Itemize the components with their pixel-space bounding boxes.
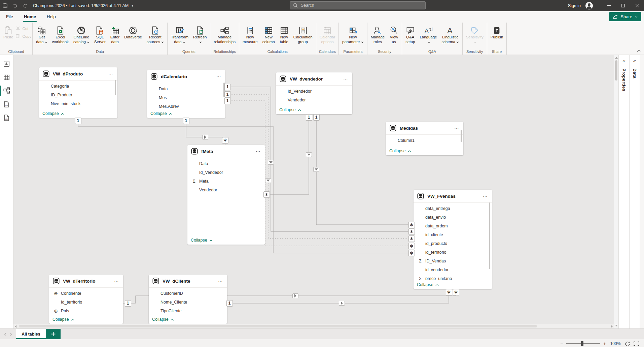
zoom-slider-handle[interactable] <box>581 341 583 346</box>
field-Data[interactable]: Data <box>147 85 225 93</box>
sql-server-button[interactable]: SQLServer <box>92 24 108 49</box>
table-card-header[interactable]: fMeta⋯ <box>187 145 265 158</box>
table-card-VW_dvendedor[interactable]: VW_dvendedor⋯Id_VendedorVendedorCollapse <box>276 72 352 114</box>
table-card-header[interactable]: VW_Fvendas⋯ <box>414 190 492 203</box>
table-card-VW_dProduto[interactable]: VW_dProduto⋯CategoriaID_ProdutoNive_min_… <box>39 67 117 118</box>
field-Mes[interactable]: Mes <box>147 93 225 102</box>
table-card-header[interactable]: dCalendario⋯ <box>147 70 225 83</box>
more-options-icon[interactable]: ⋯ <box>482 193 489 199</box>
table-card-Medidas[interactable]: Medidas⋯Column1Collapse <box>386 122 463 155</box>
vertical-scroll-thumb[interactable] <box>615 60 617 81</box>
more-options-icon[interactable]: ⋯ <box>108 71 114 76</box>
view-as-button[interactable]: Viewas <box>387 24 401 49</box>
field-CustomerID[interactable]: CustomerID <box>149 289 227 298</box>
field-Vendedor[interactable]: Vendedor <box>187 186 265 194</box>
more-options-icon[interactable]: ⋯ <box>255 149 261 154</box>
maximize-button[interactable] <box>616 0 630 11</box>
field-Meta[interactable]: ΣMeta <box>187 177 265 186</box>
table-card-header[interactable]: VW_dvendedor⋯ <box>276 72 352 86</box>
more-options-icon[interactable]: ⋯ <box>217 278 224 284</box>
field-Nive_min_stock[interactable]: Nive_min_stock <box>39 99 117 108</box>
close-button[interactable] <box>630 0 644 11</box>
document-title[interactable]: Champions 2026 • Last saved: 1/9/2026 at… <box>33 3 134 8</box>
field-ID_Produto[interactable]: ID_Produto <box>39 91 117 99</box>
collapse-table-link[interactable]: Collapse <box>414 280 492 289</box>
publish-button[interactable]: Publish <box>488 24 506 49</box>
tab-all-tables[interactable]: All tables <box>16 329 46 339</box>
zoom-in-button[interactable]: + <box>603 342 606 345</box>
prev-tab-icon[interactable] <box>4 331 6 337</box>
field-id_vendedor[interactable]: id_vendedor <box>414 265 492 274</box>
field-Id_Vendedor[interactable]: Id_Vendedor <box>187 168 265 177</box>
collapse-table-link[interactable]: Collapse <box>187 236 265 245</box>
sidebar-item-model-view[interactable] <box>1 85 13 97</box>
dataverse-button[interactable]: Dataverse <box>122 24 144 49</box>
more-options-icon[interactable]: ⋯ <box>216 74 222 79</box>
table-card-VW_dCliente[interactable]: VW_dCliente⋯CustomerIDNome_ClienteTipoCl… <box>149 275 227 324</box>
card-scrollbar-thumb[interactable] <box>115 80 116 95</box>
new-measure-button[interactable]: Newmeasure <box>240 24 260 49</box>
model-diagram-canvas[interactable]: VW_dProduto⋯CategoriaID_ProdutoNive_min_… <box>13 55 618 328</box>
menu-tab-file[interactable]: File <box>1 11 18 23</box>
horizontal-scroll-thumb[interactable] <box>19 325 537 327</box>
fit-to-screen-icon[interactable] <box>634 341 639 346</box>
language-button[interactable]: ALanguage <box>417 24 439 49</box>
sidebar-item-table-view[interactable] <box>1 71 13 83</box>
collapse-table-link[interactable]: Collapse <box>276 105 352 114</box>
relationship-line-VW_dCliente-VW_Fvendas[interactable] <box>226 289 449 303</box>
relationship-line-dCalendario-fMeta[interactable] <box>186 124 225 145</box>
field-Data[interactable]: Data <box>187 159 265 168</box>
field-data_ordem[interactable]: data_ordem <box>414 222 492 230</box>
next-tab-icon[interactable] <box>10 331 12 337</box>
field-data_envio[interactable]: data_envio <box>414 213 492 222</box>
collapse-table-link[interactable]: Collapse <box>39 109 117 118</box>
menu-tab-help[interactable]: Help <box>42 11 61 23</box>
table-card-header[interactable]: VW_dCliente⋯ <box>149 275 227 288</box>
sidebar-item-report-view[interactable] <box>1 58 13 70</box>
new-parameter-button[interactable]: ?Newparameter <box>340 24 366 49</box>
recent-sources-button[interactable]: Recentsources <box>144 24 166 49</box>
new-column-button[interactable]: Newcolumn <box>260 24 277 49</box>
canvas-horizontal-scrollbar[interactable] <box>13 324 614 328</box>
scroll-up-icon[interactable] <box>614 56 618 60</box>
q&a-setup-button[interactable]: Q&Asetup <box>403 24 417 49</box>
field-data_entrega[interactable]: data_entrega <box>414 204 492 213</box>
field-Categoria[interactable]: Categoria <box>39 82 117 91</box>
field-TipoCliente[interactable]: TipoCliente <box>149 307 227 315</box>
collapse-table-link[interactable]: Collapse <box>149 315 227 324</box>
table-card-dCalendario[interactable]: dCalendario⋯DataMesMes.AbrevCollapse <box>147 70 225 118</box>
get-data-button[interactable]: Getdata <box>34 24 49 49</box>
field-preco_unitario[interactable]: Σpreco_unitario <box>414 274 492 280</box>
collapse-table-link[interactable]: Collapse <box>147 109 225 118</box>
expand-pane-icon[interactable]: « <box>622 58 625 64</box>
card-scrollbar-thumb[interactable] <box>461 130 462 142</box>
undo-icon[interactable] <box>10 0 20 11</box>
calculation-group-button[interactable]: Calculationgroup <box>291 24 315 49</box>
share-button[interactable]: Share <box>609 12 641 21</box>
more-options-icon[interactable]: ⋯ <box>113 278 120 284</box>
field-Continente[interactable]: ⊕Continente <box>49 289 123 298</box>
avatar[interactable] <box>585 2 593 9</box>
minimize-button[interactable] <box>602 0 616 11</box>
more-options-icon[interactable]: ⋯ <box>343 76 349 82</box>
new-table-button[interactable]: Newtable <box>277 24 291 49</box>
field-id_cliente[interactable]: id_cliente <box>414 230 492 239</box>
table-card-VW_Fvendas[interactable]: VW_Fvendas⋯data_entregadata_enviodata_or… <box>414 190 492 289</box>
reset-zoom-icon[interactable] <box>625 341 630 346</box>
field-ID_Vendas[interactable]: ΣID_Vendas <box>414 257 492 265</box>
manage-relationships-button[interactable]: Managerelationships <box>211 24 238 49</box>
zoom-slider[interactable] <box>566 343 600 344</box>
search-input[interactable] <box>300 3 423 8</box>
field-Vendedor[interactable]: Vendedor <box>276 96 352 104</box>
onelake-catalog-button[interactable]: OneLakecatalog <box>71 24 92 49</box>
table-card-header[interactable]: VW_dTerritorio⋯ <box>49 275 123 288</box>
refresh-button[interactable]: Refresh <box>191 24 209 49</box>
table-card-fMeta[interactable]: fMeta⋯DataId_VendedorΣMetaVendedorCollap… <box>187 145 265 245</box>
enter-data-button[interactable]: Enterdata <box>108 24 122 49</box>
field-Nome_Cliente[interactable]: Nome_Cliente <box>149 298 227 307</box>
scroll-down-icon[interactable] <box>614 323 618 328</box>
collapse-table-link[interactable]: Collapse <box>49 315 123 324</box>
zoom-out-button[interactable]: − <box>560 342 563 345</box>
field-id_producto[interactable]: id_producto <box>414 239 492 248</box>
expand-pane-icon[interactable]: « <box>633 58 636 64</box>
